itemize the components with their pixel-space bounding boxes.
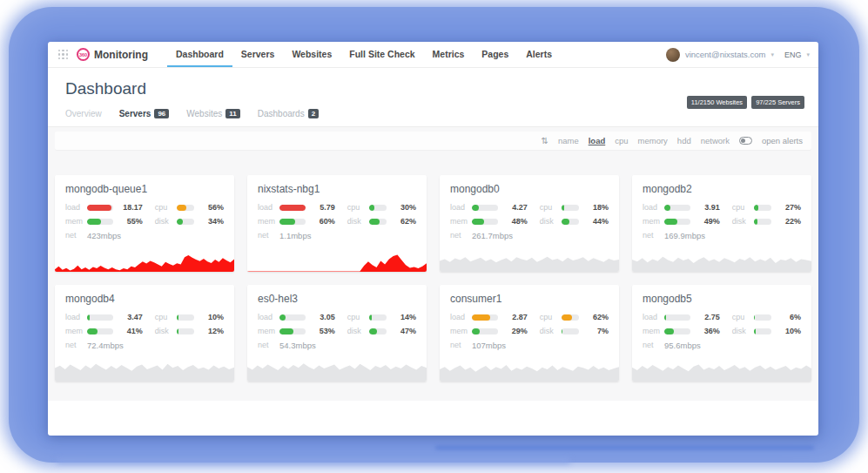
server-card[interactable]: es0-hel3load3.05mem53%net54.3mbpscpu14%d… [247, 285, 427, 382]
nav-item-full-site-check[interactable]: Full Site Check [340, 42, 423, 67]
mem-metric: mem53% [258, 327, 335, 335]
sort-by-name[interactable]: name [558, 136, 579, 145]
nav-item-dashboard[interactable]: Dashboard [167, 42, 232, 67]
server-card[interactable]: mongodb5load2.75mem36%net95.6mbpscpu6%di… [632, 285, 811, 382]
metric-value: 62% [584, 313, 609, 321]
open-alerts-toggle-icon[interactable] [739, 137, 752, 145]
metric-bar-fill [279, 205, 306, 211]
metric-label: mem [65, 217, 87, 226]
net-metric: net107mbps [450, 341, 528, 349]
metric-label: net [258, 231, 279, 240]
net-value: 169.9mbps [664, 231, 705, 240]
server-card[interactable]: mongodb-queue1load18.17mem55%net423mbpsc… [55, 175, 234, 272]
metric-bar [369, 314, 387, 321]
metric-value: 12% [199, 327, 224, 335]
metric-label: cpu [347, 203, 369, 212]
load-sparkline-chart [247, 247, 427, 272]
metrics: load2.75mem36%net95.6mbpscpu6%disk10% [643, 313, 801, 355]
metric-label: mem [450, 327, 472, 335]
sort-by-hdd[interactable]: hdd [677, 136, 691, 145]
metric-bar [177, 314, 194, 321]
metric-bar-fill [664, 314, 666, 321]
sort-by-network[interactable]: network [701, 136, 730, 145]
net-value: 1.1mbps [279, 231, 311, 240]
glow-streak [435, 446, 814, 449]
open-alerts-label[interactable]: open alerts [762, 136, 803, 145]
metric-bar [472, 328, 498, 334]
server-name: mongodb2 [643, 183, 801, 195]
metric-bar-fill [369, 328, 378, 334]
metric-value: 22% [777, 217, 801, 226]
tab-websites[interactable]: Websites11 [186, 109, 239, 118]
server-card[interactable]: nixstats-nbg1load5.79mem60%net1.1mbpscpu… [247, 175, 427, 272]
server-name: mongodb0 [450, 183, 609, 195]
user-avatar[interactable] [666, 48, 680, 62]
language-menu[interactable]: ENG [784, 51, 802, 59]
metrics-right-column: cpu18%disk44% [540, 203, 609, 245]
metric-label: cpu [732, 203, 754, 212]
sort-by-load[interactable]: load [589, 136, 606, 145]
metrics: load5.79mem60%net1.1mbpscpu30%disk62% [258, 203, 416, 245]
metric-label: net [65, 341, 87, 349]
metric-bar-fill [177, 219, 183, 225]
nav-item-alerts[interactable]: Alerts [517, 42, 561, 67]
disk-metric: disk44% [540, 217, 609, 226]
net-value: 95.6mbps [664, 341, 701, 350]
brand-logo[interactable]: 360 Monitoring [75, 42, 155, 67]
disk-metric: disk10% [732, 327, 801, 335]
tab-dashboards[interactable]: Dashboards2 [258, 109, 319, 118]
tab-label: Dashboards [258, 109, 305, 118]
metric-bar-fill [754, 314, 755, 321]
server-card[interactable]: mongodb4load3.47mem41%net72.4mbpscpu10%d… [55, 285, 234, 382]
metric-value: 27% [777, 203, 801, 212]
mem-metric: mem48% [450, 217, 528, 226]
metric-bar-fill [369, 314, 372, 321]
metric-label: net [258, 341, 279, 349]
metric-label: load [643, 203, 664, 212]
metric-bar-fill [754, 328, 756, 334]
metric-bar-fill [472, 219, 484, 225]
server-card[interactable]: consumer1load2.87mem29%net107mbpscpu62%d… [440, 285, 619, 382]
metric-bar [87, 328, 113, 334]
metric-bar [664, 219, 690, 225]
load-metric: load3.91 [643, 203, 720, 212]
tab-servers[interactable]: Servers96 [119, 109, 170, 118]
server-card[interactable]: mongodb2load3.91mem49%net169.9mbpscpu27%… [632, 175, 811, 272]
status-badge: 97/225 Servers [751, 96, 804, 109]
app-grid-icon[interactable] [58, 50, 68, 59]
metrics: load3.47mem41%net72.4mbpscpu10%disk12% [65, 313, 224, 355]
metric-label: mem [258, 217, 279, 226]
server-name: mongodb4 [65, 293, 224, 305]
metric-bar [664, 205, 690, 211]
metric-bar-fill [562, 314, 573, 321]
metric-label: mem [643, 217, 664, 226]
disk-metric: disk7% [540, 327, 609, 335]
tab-overview[interactable]: Overview [65, 109, 102, 118]
metric-bar-fill [562, 205, 565, 211]
metric-bar-fill [87, 328, 98, 334]
metric-label: load [258, 313, 279, 321]
metric-label: cpu [540, 313, 562, 321]
metric-label: net [450, 231, 472, 240]
metric-bar [279, 328, 306, 334]
nav-item-servers[interactable]: Servers [232, 42, 284, 67]
metric-value: 62% [392, 217, 416, 226]
sort-by-cpu[interactable]: cpu [615, 136, 628, 145]
metric-bar [177, 328, 194, 334]
sort-bar: ⇅ nameloadcpumemoryhddnetwork open alert… [55, 132, 811, 150]
metric-label: load [450, 313, 472, 321]
server-card[interactable]: mongodb0load4.27mem48%net261.7mbpscpu18%… [440, 175, 619, 272]
net-value: 423mbps [87, 231, 121, 240]
metric-value: 29% [503, 327, 528, 335]
load-sparkline-chart [55, 247, 234, 272]
user-email-menu[interactable]: vincent@nixstats.com [685, 50, 766, 59]
nav-item-websites[interactable]: Websites [283, 42, 340, 67]
nav-items: DashboardServersWebsitesFull Site CheckM… [167, 42, 561, 67]
metrics-right-column: cpu27%disk22% [732, 203, 801, 245]
metric-bar-fill [177, 328, 178, 334]
sort-by-memory[interactable]: memory [638, 136, 668, 145]
metric-bar-fill [279, 314, 286, 321]
metric-label: load [258, 203, 279, 212]
nav-item-metrics[interactable]: Metrics [424, 42, 474, 67]
nav-item-pages[interactable]: Pages [473, 42, 517, 67]
